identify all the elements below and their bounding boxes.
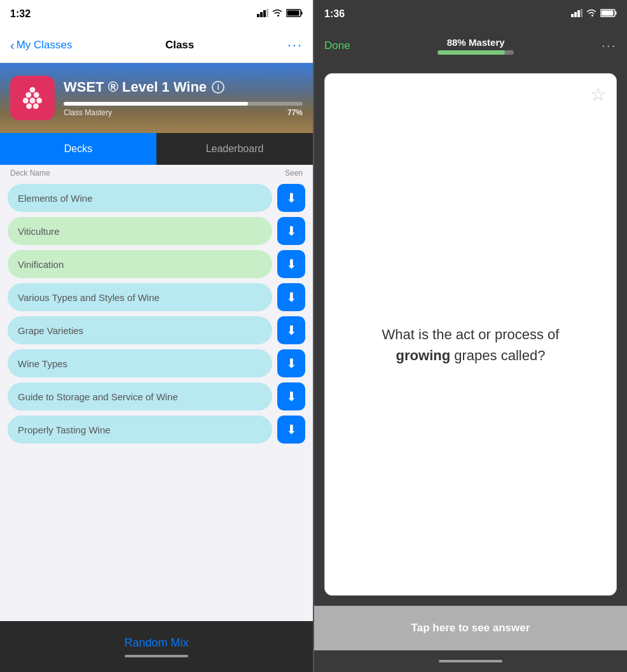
mastery-progress-bar — [438, 50, 514, 55]
wifi-icon — [272, 8, 283, 20]
card-content: What is the act or process of growing gr… — [335, 105, 606, 585]
right-more-button[interactable]: ··· — [602, 38, 617, 54]
svg-point-10 — [23, 98, 29, 104]
deck-row: Properly Tasting Wine ⬇ — [8, 416, 305, 444]
svg-point-14 — [33, 103, 39, 109]
deck-guide-storage[interactable]: Guide to Storage and Service of Wine — [8, 382, 272, 410]
deck-elements-of-wine[interactable]: Elements of Wine — [8, 184, 272, 212]
battery-icon — [286, 8, 303, 20]
right-time: 1:36 — [324, 8, 345, 20]
svg-point-11 — [30, 98, 36, 104]
download-btn-0[interactable]: ⬇ — [277, 184, 305, 212]
svg-rect-17 — [577, 10, 580, 17]
svg-rect-0 — [257, 14, 259, 17]
seen-header: Seen — [285, 169, 303, 178]
mastery-bar-bg — [64, 102, 303, 106]
left-nav-bar: ‹ My Classes Class ··· — [0, 28, 313, 63]
svg-point-7 — [30, 87, 36, 93]
svg-rect-18 — [581, 9, 582, 17]
home-indicator — [125, 655, 188, 657]
right-wifi-icon — [586, 8, 597, 20]
hero-section: WSET ® Level 1 Wine i Class Mastery 77% — [0, 63, 313, 133]
tab-leaderboard[interactable]: Leaderboard — [156, 133, 313, 165]
svg-point-13 — [26, 103, 32, 109]
deck-name-header: Deck Name — [10, 169, 50, 178]
svg-rect-2 — [263, 10, 266, 17]
download-icon: ⬇ — [286, 190, 297, 206]
signal-icon — [257, 9, 268, 19]
download-icon: ⬇ — [286, 422, 297, 437]
mastery-percent: 77% — [287, 108, 303, 117]
svg-rect-15 — [571, 14, 574, 17]
svg-rect-20 — [616, 11, 617, 15]
download-icon: ⬇ — [286, 323, 297, 338]
download-btn-6[interactable]: ⬇ — [277, 382, 305, 410]
download-icon: ⬇ — [286, 256, 297, 272]
right-status-icons — [571, 8, 617, 20]
bottom-bar: Random Mix — [0, 621, 313, 672]
mastery-header: 88% Mastery — [438, 37, 514, 55]
download-icon: ⬇ — [286, 223, 297, 239]
left-time: 1:32 — [10, 8, 31, 20]
right-status-bar: 1:36 — [314, 0, 627, 28]
deck-properly-tasting[interactable]: Properly Tasting Wine — [8, 416, 272, 444]
done-button[interactable]: Done — [324, 39, 350, 52]
back-button[interactable]: ‹ My Classes — [10, 38, 72, 53]
tab-decks[interactable]: Decks — [0, 133, 156, 165]
svg-rect-21 — [602, 11, 614, 16]
download-btn-4[interactable]: ⬇ — [277, 316, 305, 344]
card-area: ☆ What is the act or process of growing … — [314, 63, 627, 606]
star-button[interactable]: ☆ — [590, 84, 606, 105]
download-icon: ⬇ — [286, 356, 297, 371]
mastery-label-text: Class Mastery — [64, 108, 112, 117]
right-battery-icon — [600, 8, 617, 20]
mastery-label: Class Mastery 77% — [64, 108, 303, 117]
svg-point-12 — [36, 98, 42, 104]
right-signal-icon — [571, 8, 582, 20]
download-btn-7[interactable]: ⬇ — [277, 416, 305, 444]
download-btn-1[interactable]: ⬇ — [277, 217, 305, 245]
deck-row: Viticulture ⬇ — [8, 217, 305, 245]
left-panel: 1:32 ‹ My Classes Class ··· — [0, 0, 313, 672]
deck-row: Guide to Storage and Service of Wine ⬇ — [8, 382, 305, 410]
download-icon: ⬇ — [286, 389, 297, 404]
download-btn-5[interactable]: ⬇ — [277, 349, 305, 377]
deck-row: Various Types and Styles of Wine ⬇ — [8, 283, 305, 311]
left-status-icons — [257, 8, 303, 20]
tap-answer-label: Tap here to see answer — [411, 622, 530, 634]
mastery-header-title: 88% Mastery — [447, 37, 505, 48]
mastery-bar-fill — [64, 102, 248, 106]
svg-rect-6 — [287, 11, 300, 16]
tap-answer-button[interactable]: Tap here to see answer — [314, 606, 627, 650]
svg-point-8 — [25, 92, 31, 98]
svg-rect-3 — [266, 9, 268, 17]
deck-various-types[interactable]: Various Types and Styles of Wine — [8, 283, 272, 311]
more-button[interactable]: ··· — [287, 37, 303, 53]
download-icon: ⬇ — [286, 290, 297, 305]
hero-top: WSET ® Level 1 Wine i Class Mastery 77% — [10, 76, 303, 120]
back-label[interactable]: My Classes — [17, 39, 72, 52]
random-mix-button[interactable]: Random Mix — [124, 636, 188, 650]
hero-title: WSET ® Level 1 Wine i — [64, 79, 303, 95]
table-header: Deck Name Seen — [0, 165, 313, 181]
svg-rect-5 — [301, 11, 303, 15]
flashcard: ☆ What is the act or process of growing … — [324, 73, 617, 596]
nav-title: Class — [165, 39, 194, 52]
deck-vinification[interactable]: Vinification — [8, 250, 272, 278]
deck-row: Wine Types ⬇ — [8, 349, 305, 377]
back-arrow-icon: ‹ — [10, 38, 15, 53]
deck-viticulture[interactable]: Viticulture — [8, 217, 272, 245]
download-btn-2[interactable]: ⬇ — [277, 250, 305, 278]
tab-bar: Decks Leaderboard — [0, 133, 313, 165]
deck-row: Vinification ⬇ — [8, 250, 305, 278]
info-icon[interactable]: i — [212, 81, 224, 94]
class-icon — [10, 76, 55, 120]
card-question: What is the act or process of growing gr… — [382, 324, 560, 366]
svg-point-9 — [34, 92, 39, 98]
download-btn-3[interactable]: ⬇ — [277, 283, 305, 311]
deck-grape-varieties[interactable]: Grape Varieties — [8, 316, 272, 344]
deck-wine-types[interactable]: Wine Types — [8, 349, 272, 377]
right-nav-bar: Done 88% Mastery ··· — [314, 28, 627, 63]
mastery-bar-container: Class Mastery 77% — [64, 102, 303, 117]
svg-rect-16 — [574, 12, 577, 17]
